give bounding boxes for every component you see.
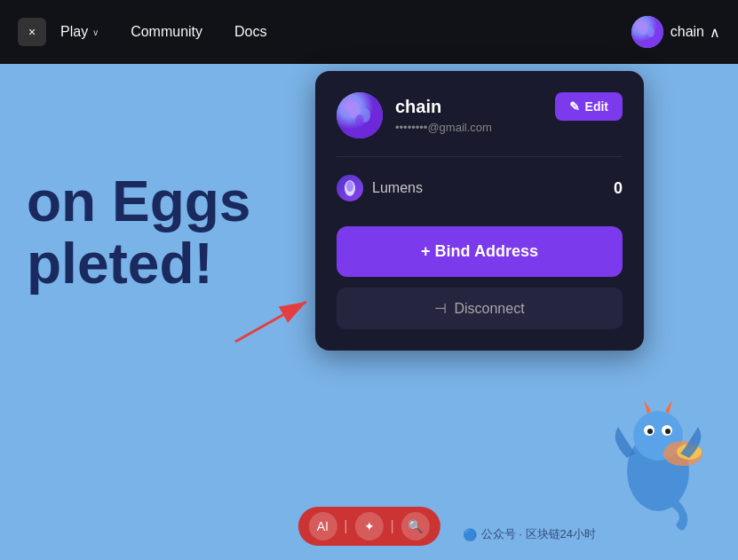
nav-item-play[interactable]: Play ∨: [60, 24, 99, 40]
play-chevron-icon: ∨: [92, 28, 99, 37]
profile-email: ••••••••@gmail.com: [395, 121, 492, 134]
svg-marker-10: [665, 400, 672, 414]
lumens-left: Lumens: [337, 175, 423, 201]
lumens-label: Lumens: [372, 180, 423, 196]
svg-point-18: [346, 181, 353, 192]
watermark: 🔵 公众号 · 区块链24小时: [463, 526, 596, 542]
magic-toolbar-button[interactable]: ✦: [355, 512, 384, 540]
nav-right: chain ∧: [631, 16, 720, 48]
search-toolbar-icon: 🔍: [408, 519, 423, 533]
svg-point-16: [355, 114, 364, 127]
close-button[interactable]: ×: [18, 18, 46, 46]
divider: [337, 156, 623, 157]
nav-item-community[interactable]: Community: [131, 24, 202, 40]
profile-header: chain ••••••••@gmail.com ✎ Edit: [337, 92, 623, 138]
edit-button[interactable]: ✎ Edit: [555, 92, 623, 121]
navbar: × Play ∨ Community Docs: [0, 0, 738, 64]
toolbar-divider-1: |: [344, 518, 347, 534]
nav-items: Play ∨ Community Docs: [60, 24, 631, 40]
nav-logo-icon: [631, 16, 663, 48]
edit-icon: ✎: [569, 99, 580, 114]
toolbar-divider-2: |: [391, 518, 394, 534]
svg-point-7: [647, 429, 653, 434]
bottom-toolbar: AI | ✦ | 🔍: [298, 507, 440, 546]
svg-point-8: [665, 429, 671, 434]
bind-address-button[interactable]: + Bind Address: [337, 226, 623, 277]
user-chevron-icon: ∧: [710, 24, 720, 41]
profile-name: chain: [395, 97, 492, 117]
profile-details: chain ••••••••@gmail.com: [395, 97, 492, 134]
hero-line2: pleted!: [27, 233, 250, 295]
lumens-row: Lumens 0: [337, 171, 623, 205]
svg-point-2: [647, 27, 655, 37]
lumens-icon: [337, 175, 363, 201]
dragon-character: [605, 391, 711, 533]
hero-text: on Eggs pleted!: [27, 170, 250, 296]
profile-avatar: [337, 92, 383, 138]
wechat-icon: 🔵: [463, 528, 477, 541]
profile-info: chain ••••••••@gmail.com: [337, 92, 492, 138]
svg-point-1: [639, 22, 648, 35]
nav-item-docs[interactable]: Docs: [234, 24, 266, 40]
ai-toolbar-button[interactable]: AI: [308, 512, 337, 540]
profile-card: chain ••••••••@gmail.com ✎ Edit Lumens 0…: [315, 71, 644, 351]
search-toolbar-button[interactable]: 🔍: [401, 512, 430, 540]
hero-line1: on Eggs: [27, 170, 250, 233]
lumens-value: 0: [614, 179, 623, 198]
nav-user-button[interactable]: chain ∧: [671, 24, 720, 41]
disconnect-icon: ⊣: [434, 300, 447, 317]
svg-marker-9: [644, 400, 651, 414]
disconnect-button[interactable]: ⊣ Disconnect: [337, 288, 623, 329]
